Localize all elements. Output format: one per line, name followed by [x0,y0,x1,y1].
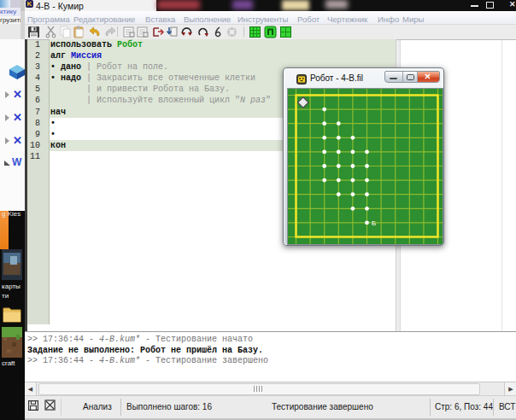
svg-text:Б: Б [372,219,376,227]
